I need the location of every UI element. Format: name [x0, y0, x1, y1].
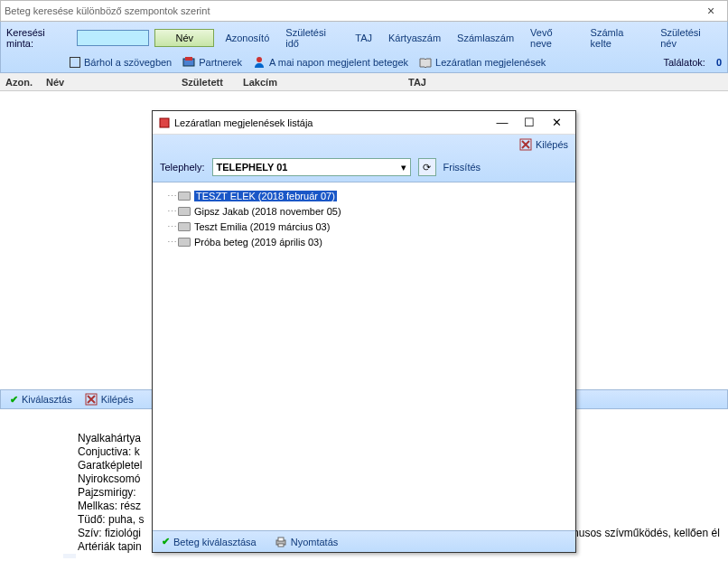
col-azon[interactable]: Azon.	[0, 77, 41, 88]
svg-point-2	[257, 57, 262, 62]
refresh-button-icon[interactable]: ⟳	[418, 158, 436, 176]
tab-vevo-neve[interactable]: Vevő neve	[525, 25, 580, 51]
tree-item[interactable]: ⋯ Teszt Emilia (2019 március 03)	[167, 220, 572, 234]
chevron-down-icon: ▾	[401, 162, 406, 173]
col-nev[interactable]: Név	[41, 77, 176, 88]
site-value: TELEPHELY 01	[217, 162, 288, 173]
modal-title: Lezáratlan megjelenések listája	[171, 117, 489, 128]
window-titlebar: Beteg keresése különböző szempontok szer…	[0, 0, 728, 22]
tab-taj[interactable]: TAJ	[350, 31, 378, 45]
tab-kartyaszam[interactable]: Kártyaszám	[383, 31, 446, 45]
window-title: Beteg keresése különböző szempontok szer…	[5, 5, 210, 16]
results-label: Találatok:	[663, 57, 705, 68]
open-visits-modal: Lezáratlan megjelenések listája — ☐ ✕ Ki…	[152, 110, 576, 553]
modal-exit-button[interactable]: Kilépés	[519, 138, 568, 151]
site-label: Telephely:	[160, 162, 205, 173]
results-count: 0	[716, 57, 722, 68]
today-label: A mai napon megjelent betegek	[269, 57, 408, 68]
refresh-icon: ⟳	[423, 162, 431, 173]
tree-item[interactable]: ⋯ Gipsz Jakab (2018 november 05)	[167, 204, 572, 219]
book-icon	[178, 192, 191, 201]
book-icon	[178, 207, 191, 216]
refresh-label: Frissítés	[443, 162, 481, 173]
search-input[interactable]	[77, 30, 149, 46]
col-taj[interactable]: TAJ	[403, 77, 457, 88]
open-label: Lezáratlan megjelenések	[435, 57, 546, 68]
col-szuletett[interactable]: Született	[176, 77, 238, 88]
window-close-button[interactable]: ×	[698, 4, 723, 18]
svg-rect-4	[160, 118, 169, 127]
modal-toolbar: Kilépés Telephely: TELEPHELY 01 ▾ ⟳ Fris…	[153, 135, 575, 182]
tree-item-label: TESZT ELEK (2018 február 07)	[194, 191, 337, 201]
today-patients-link[interactable]: A mai napon megjelent betegek	[253, 56, 408, 69]
search-toolbar: Keresési minta: Név Azonosító Születési …	[0, 22, 728, 73]
modal-minimize-button[interactable]: —	[489, 116, 516, 129]
tree-item[interactable]: ⋯ TESZT ELEK (2018 február 07)	[167, 189, 572, 203]
exit-icon	[85, 393, 98, 406]
anywhere-checkbox[interactable]: Bárhol a szövegben	[70, 57, 172, 68]
refresh-link[interactable]: Frissítés	[443, 162, 481, 173]
book-icon	[178, 238, 191, 247]
tab-szamlaszam[interactable]: Számlaszám	[452, 31, 519, 45]
modal-status-bar: ✔ Beteg kiválasztása Nyomtatás	[153, 530, 575, 552]
modal-exit-label: Kilépés	[536, 139, 568, 150]
site-combo[interactable]: TELEPHELY 01 ▾	[212, 158, 411, 176]
modal-select-patient-button[interactable]: ✔ Beteg kiválasztása	[162, 536, 257, 547]
visits-tree[interactable]: ⋯ TESZT ELEK (2018 február 07) ⋯ Gipsz J…	[153, 182, 575, 530]
select-button[interactable]: ✔ Kiválasztás	[10, 394, 72, 406]
partners-link[interactable]: Partnerek	[182, 56, 242, 69]
printer-icon	[275, 536, 287, 548]
exit-icon	[519, 138, 532, 151]
tab-szamla-kelte[interactable]: Számla kelte	[585, 25, 650, 51]
svg-rect-7	[278, 538, 284, 541]
tree-item-label: Gipsz Jakab (2018 november 05)	[194, 206, 341, 217]
col-lakcim[interactable]: Lakcím	[238, 77, 403, 88]
tab-szuletesi-nev[interactable]: Születési név	[655, 25, 722, 51]
anywhere-label: Bárhol a szövegben	[84, 57, 172, 68]
svg-rect-8	[278, 544, 284, 547]
modal-maximize-button[interactable]: ☐	[516, 116, 543, 129]
search-label: Keresési minta:	[6, 27, 71, 49]
tree-item[interactable]: ⋯ Próba beteg (2019 április 03)	[167, 235, 572, 249]
modal-select-label: Beteg kiválasztása	[173, 537, 257, 547]
checkbox-icon	[70, 57, 80, 68]
results-columns: Azon. Név Született Lakcím TAJ	[0, 73, 728, 91]
tab-szuletesi-ido[interactable]: Születési idő	[280, 25, 344, 51]
partners-icon	[182, 56, 195, 69]
exit-button[interactable]: Kilépés	[85, 393, 134, 406]
tree-item-label: Próba beteg (2019 április 03)	[194, 237, 322, 248]
book-icon	[178, 222, 191, 231]
modal-close-button[interactable]: ✕	[543, 116, 570, 129]
tab-azonosito[interactable]: Azonosító	[219, 31, 275, 45]
modal-titlebar: Lezáratlan megjelenések listája — ☐ ✕	[153, 111, 575, 135]
modal-app-icon	[158, 117, 171, 129]
open-visits-link[interactable]: Lezáratlan megjelenések	[419, 56, 546, 69]
check-icon: ✔	[162, 536, 170, 547]
select-label: Kiválasztás	[22, 394, 72, 405]
name-button[interactable]: Név	[154, 29, 214, 47]
modal-print-button[interactable]: Nyomtatás	[275, 536, 339, 548]
exit-label: Kilépés	[101, 394, 134, 405]
partners-label: Partnerek	[199, 57, 242, 68]
check-icon: ✔	[10, 394, 18, 406]
person-icon	[253, 56, 266, 69]
tree-item-label: Teszt Emilia (2019 március 03)	[194, 221, 330, 232]
modal-print-label: Nyomtatás	[291, 537, 339, 547]
svg-rect-1	[185, 57, 192, 61]
book-icon	[419, 56, 432, 69]
